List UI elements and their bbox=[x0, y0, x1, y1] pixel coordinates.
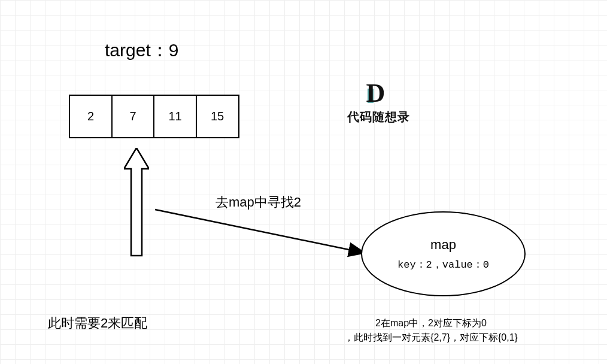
array-cell-3: 15 bbox=[196, 95, 239, 138]
watermark-text: 代码随想录 bbox=[347, 109, 410, 125]
diagram-canvas: target：9 2 7 11 15 此时需要2来匹配 去map中寻找2 map… bbox=[0, 0, 607, 364]
arrow-annotation-label: 去map中寻找2 bbox=[216, 193, 301, 211]
need-match-label: 此时需要2来匹配 bbox=[48, 314, 147, 332]
logo-d-icon: D bbox=[366, 84, 391, 108]
map-content: key：2，value：0 bbox=[397, 257, 489, 271]
map-note-line2: ，此时找到一对元素{2,7}，对应下标{0,1} bbox=[305, 330, 557, 345]
map-title: map bbox=[430, 237, 456, 253]
array-cell-1: 7 bbox=[111, 95, 155, 138]
svg-marker-0 bbox=[124, 148, 149, 256]
pointer-arrow-icon bbox=[124, 148, 149, 260]
watermark-logo: D 代码随想录 bbox=[347, 84, 410, 125]
svg-line-1 bbox=[155, 210, 363, 253]
array-container: 2 7 11 15 bbox=[69, 95, 239, 138]
array-cell-0: 2 bbox=[69, 95, 113, 138]
map-note-line1: 2在map中，2对应下标为0 bbox=[305, 316, 557, 330]
arrow-to-map-icon bbox=[154, 205, 375, 267]
array-cell-2: 11 bbox=[153, 95, 197, 138]
map-ellipse: map key：2，value：0 bbox=[361, 211, 526, 296]
target-label: target：9 bbox=[105, 38, 178, 63]
map-note: 2在map中，2对应下标为0 ，此时找到一对元素{2,7}，对应下标{0,1} bbox=[305, 316, 557, 345]
